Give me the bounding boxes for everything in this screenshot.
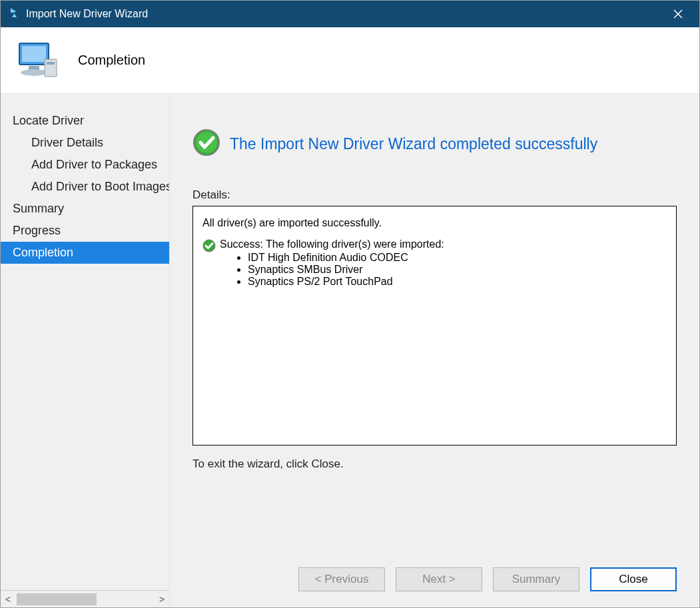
window-title: Import New Driver Wizard [26,8,665,20]
success-check-small-icon [202,239,216,255]
app-arrow-icon [9,7,21,21]
scroll-thumb[interactable] [17,593,97,605]
driver-item: IDT High Definition Audio CODEC [248,252,444,264]
wizard-main-panel: The Import New Driver Wizard completed s… [169,94,699,607]
wizard-sidebar: Locate Driver Driver Details Add Driver … [1,94,169,607]
title-bar: Import New Driver Wizard [1,1,699,27]
success-heading: The Import New Driver Wizard completed s… [230,135,597,153]
nav-progress[interactable]: Progress [1,220,169,242]
nav-completion[interactable]: Completion [1,242,169,264]
sidebar-horizontal-scrollbar[interactable]: < > [1,590,169,607]
nav-locate-driver[interactable]: Locate Driver [1,110,169,132]
imported-drivers-list: IDT High Definition Audio CODEC Synaptic… [220,252,444,288]
close-button[interactable]: Close [590,567,677,591]
wizard-button-row: < Previous Next > Summary Close [192,561,677,595]
svg-rect-1 [22,46,46,62]
page-title: Completion [78,53,145,68]
success-row: The Import New Driver Wizard completed s… [192,129,677,159]
scroll-track[interactable] [17,593,153,605]
next-button: Next > [396,567,482,591]
close-icon [673,9,683,19]
nav-add-driver-to-packages[interactable]: Add Driver to Packages [1,154,169,176]
wizard-window: Import New Driver Wizard Completion Loca… [0,0,700,608]
previous-button: < Previous [298,567,385,591]
driver-item: Synaptics PS/2 Port TouchPad [248,276,444,288]
wizard-nav: Locate Driver Driver Details Add Driver … [1,94,169,590]
success-check-icon [192,129,220,159]
exit-instruction-text: To exit the wizard, click Close. [192,457,677,471]
svg-point-3 [21,69,47,76]
scroll-left-arrow-icon[interactable]: < [1,592,15,607]
scroll-right-arrow-icon[interactable]: > [155,592,169,607]
wizard-header: Completion [1,27,699,94]
details-box: All driver(s) are imported successfully.… [192,206,677,446]
details-success-row: Success: The following driver(s) were im… [202,238,667,288]
details-intro-text: All driver(s) are imported successfully. [202,217,667,229]
driver-item: Synaptics SMBus Driver [248,264,444,276]
svg-rect-4 [45,59,57,77]
nav-driver-details[interactable]: Driver Details [1,132,169,154]
monitor-icon [13,34,66,87]
wizard-body: Locate Driver Driver Details Add Driver … [1,94,699,607]
nav-add-driver-to-boot-images[interactable]: Add Driver to Boot Images [1,176,169,198]
details-success-line: Success: The following driver(s) were im… [220,238,444,250]
details-label: Details: [192,188,677,202]
nav-summary[interactable]: Summary [1,198,169,220]
details-success-block: Success: The following driver(s) were im… [220,238,444,288]
summary-button: Summary [493,567,579,591]
svg-rect-5 [47,62,55,65]
window-close-button[interactable] [665,1,691,27]
